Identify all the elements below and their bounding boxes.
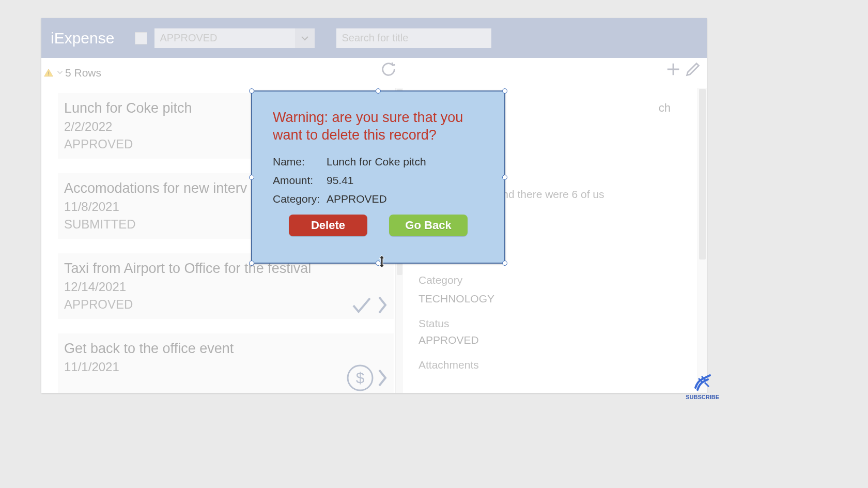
filter-checkbox[interactable] xyxy=(135,32,147,44)
check-icon[interactable] xyxy=(348,294,374,316)
svg-rect-1 xyxy=(48,74,49,75)
resize-cursor-icon xyxy=(377,255,387,270)
field-name-value: Lunch for Coke pitch xyxy=(327,156,426,168)
dollar-icon[interactable]: $ xyxy=(346,364,374,392)
detail-category-label: Category xyxy=(419,274,702,286)
field-category-value: APPROVED xyxy=(327,193,387,205)
search-placeholder: Search for title xyxy=(342,32,408,44)
list-item-title: Get back to the office event xyxy=(64,341,389,357)
subscribe-badge[interactable]: SUBSCRIBE xyxy=(686,372,719,400)
resize-handle-top-right[interactable] xyxy=(502,88,507,94)
chevron-down-icon[interactable] xyxy=(57,68,63,78)
field-category-label: Category: xyxy=(273,193,327,205)
row-count: 5 Rows xyxy=(65,67,101,79)
dialog-buttons: Delete Go Back xyxy=(252,215,504,236)
detail-scrollbar[interactable] xyxy=(698,88,707,393)
detail-status-value: APPROVED xyxy=(419,334,702,346)
scrollbar-thumb[interactable] xyxy=(699,89,706,260)
status-select[interactable]: APPROVED xyxy=(154,28,315,48)
svg-line-6 xyxy=(705,383,709,387)
list-item[interactable]: Get back to the office event 11/1/2021 $ xyxy=(58,333,394,393)
status-select-value: APPROVED xyxy=(160,32,217,44)
add-icon[interactable] xyxy=(664,60,682,80)
resize-handle-mid-right[interactable] xyxy=(502,175,507,180)
resize-handle-mid-left[interactable] xyxy=(249,175,254,180)
list-item-status: APPROVED xyxy=(64,297,389,312)
field-name-label: Name: xyxy=(273,156,327,168)
dialog-fields: Name: Lunch for Coke pitch Amount: 95.41… xyxy=(252,144,504,205)
field-amount-value: 95.41 xyxy=(327,174,354,187)
edit-icon[interactable] xyxy=(684,60,702,80)
delete-button[interactable]: Delete xyxy=(289,215,367,236)
list-item-date: 11/1/2021 xyxy=(64,360,389,374)
detail-category-value: TECHNOLOGY xyxy=(419,293,702,305)
subscribe-label: SUBSCRIBE xyxy=(686,394,719,400)
chevron-right-icon[interactable] xyxy=(376,294,389,316)
dialog-title: Warning: are you sure that you want to d… xyxy=(252,91,504,144)
field-amount-label: Amount: xyxy=(273,174,327,187)
item-actions: $ xyxy=(344,364,389,392)
svg-text:$: $ xyxy=(356,369,365,386)
detail-attachments-label: Attachments xyxy=(419,359,702,371)
item-actions xyxy=(346,294,389,316)
chevron-down-icon[interactable] xyxy=(295,28,315,48)
toolbar: 5 Rows xyxy=(41,58,707,88)
detail-status-label: Status xyxy=(419,317,702,330)
search-input[interactable]: Search for title xyxy=(336,28,491,48)
resize-handle-top-left[interactable] xyxy=(249,88,254,94)
delete-confirm-dialog[interactable]: Warning: are you sure that you want to d… xyxy=(251,90,505,264)
list-item-date: 12/14/2021 xyxy=(64,280,389,294)
refresh-icon[interactable] xyxy=(380,61,397,81)
go-back-button[interactable]: Go Back xyxy=(389,215,468,236)
app-title: iExpense xyxy=(51,29,114,47)
resize-handle-bottom-left[interactable] xyxy=(249,261,254,266)
resize-handle-top-center[interactable] xyxy=(376,88,381,94)
svg-rect-0 xyxy=(48,72,49,74)
chevron-right-icon[interactable] xyxy=(376,367,389,389)
header-bar: iExpense APPROVED Search for title xyxy=(41,18,707,58)
resize-handle-bottom-right[interactable] xyxy=(502,261,507,266)
warning-icon xyxy=(43,68,54,78)
